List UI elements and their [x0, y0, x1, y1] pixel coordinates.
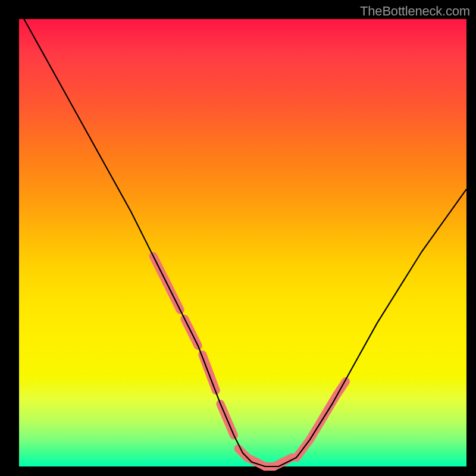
bottleneck-curve — [19, 10, 466, 466]
watermark-text: TheBottleneck.com — [360, 4, 470, 19]
marker-group — [154, 256, 346, 466]
plot-area — [19, 19, 466, 466]
highlight-segment — [202, 355, 216, 390]
curve-layer — [19, 19, 466, 466]
chart-frame: TheBottleneck.com — [0, 0, 476, 476]
